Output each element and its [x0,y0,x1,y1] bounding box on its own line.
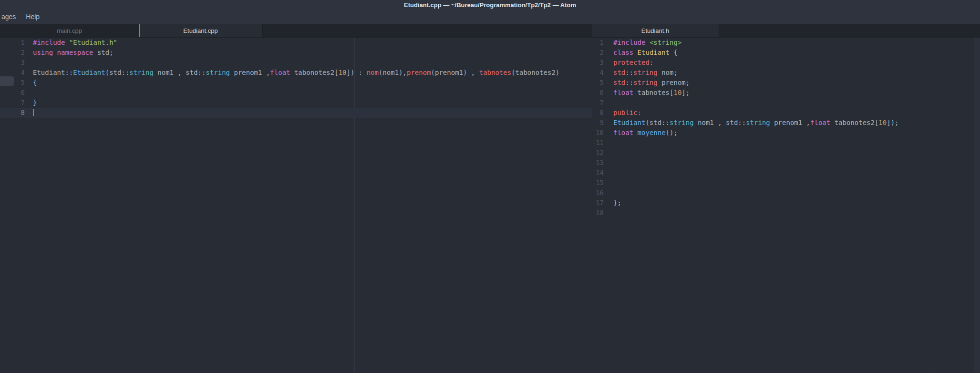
code-text [25,108,34,118]
code-text [604,98,613,108]
tab-bar: main.cpp Etudiant.cpp Etudiant.h [0,24,980,38]
editor-area: 1#include "Etudiant.h"2using namespace s… [0,38,980,373]
code-lines-right: 1#include <string>2class Etudiant {3prot… [592,38,980,218]
code-text: std::string nom; [604,68,678,78]
line-number[interactable]: 5 [592,78,604,88]
menu-item-packages-truncated[interactable]: ages [0,10,20,24]
code-text: std::string prenom; [604,78,690,88]
code-text [604,188,613,198]
code-text: }; [604,198,621,208]
code-line[interactable]: 15 [592,178,980,188]
code-line[interactable]: 7 [592,98,980,108]
line-number[interactable]: 9 [592,118,604,128]
line-number[interactable]: 2 [0,48,25,58]
code-text [604,148,613,158]
title-bar: Etudiant.cpp — ~/Bureau/Programmation/Tp… [0,0,980,10]
line-number[interactable]: 2 [592,48,604,58]
code-line[interactable]: 16 [592,188,980,198]
code-text: { [25,78,37,88]
code-line[interactable]: 6 [0,88,592,98]
line-number[interactable]: 1 [0,38,25,48]
line-number[interactable]: 17 [592,198,604,208]
code-text: float tabnotes[10]; [604,88,690,98]
code-text: class Etudiant { [604,48,678,58]
editor-pane-left[interactable]: 1#include "Etudiant.h"2using namespace s… [0,38,592,373]
scrollbar[interactable] [974,38,980,373]
line-number[interactable]: 3 [592,58,604,68]
code-line[interactable]: 9Etudiant(std::string nom1 , std::string… [592,118,980,128]
line-number[interactable]: 10 [592,128,604,138]
menu-bar: ages Help [0,10,980,24]
code-line[interactable]: 10float moyenne(); [592,128,980,138]
window-title: Etudiant.cpp — ~/Bureau/Programmation/Tp… [404,1,576,9]
code-line[interactable]: 17}; [592,198,980,208]
code-line[interactable]: 13 [592,158,980,168]
code-text [25,88,33,98]
code-line[interactable]: 14 [592,168,980,178]
line-number[interactable]: 7 [0,98,25,108]
code-line[interactable]: 4std::string nom; [592,68,980,78]
line-number[interactable]: 12 [592,148,604,158]
line-number[interactable]: 1 [592,38,604,48]
tab-label: main.cpp [57,27,82,34]
line-number[interactable]: 8 [0,108,25,118]
line-number[interactable]: 3 [0,58,25,68]
code-text: protected: [604,58,653,68]
code-line[interactable]: 3protected: [592,58,980,68]
code-line[interactable]: 11 [592,138,980,148]
code-line[interactable]: 1#include <string> [592,38,980,48]
code-line[interactable]: 12 [592,148,980,158]
code-line[interactable]: 6float tabnotes[10]; [592,88,980,98]
tab-etudiant-cpp[interactable]: Etudiant.cpp [139,24,263,37]
line-number[interactable]: 4 [592,68,604,78]
code-lines-left: 1#include "Etudiant.h"2using namespace s… [0,38,592,118]
code-text [604,178,613,188]
code-text: #include "Etudiant.h" [25,38,117,48]
code-line[interactable]: 5std::string prenom; [592,78,980,88]
tab-etudiant-h[interactable]: Etudiant.h [592,24,719,37]
code-line[interactable]: 1#include "Etudiant.h" [0,38,592,48]
dock-toggle-handle[interactable] [0,76,14,86]
code-text: public: [604,108,641,118]
line-number[interactable]: 8 [592,108,604,118]
editor-pane-right[interactable]: 1#include <string>2class Etudiant {3prot… [592,38,980,373]
code-line[interactable]: 4Etudiant::Etudiant(std::string nom1 , s… [0,68,592,78]
code-line[interactable]: 8 [0,108,592,118]
code-text: float moyenne(); [604,128,678,138]
code-line[interactable]: 7} [0,98,592,108]
tab-main-cpp[interactable]: main.cpp [0,24,139,37]
code-text [25,58,33,68]
code-text: } [25,98,37,108]
line-number[interactable]: 6 [592,88,604,98]
line-number[interactable]: 13 [592,158,604,168]
code-line[interactable]: 5{ [0,78,592,88]
code-text: #include <string> [604,38,681,48]
code-text: Etudiant(std::string nom1 , std::string … [604,118,899,128]
code-line[interactable]: 3 [0,58,592,68]
code-text [604,208,613,218]
text-cursor [33,109,34,116]
line-number[interactable]: 18 [592,208,604,218]
code-line[interactable]: 18 [592,208,980,218]
line-number[interactable]: 6 [0,88,25,98]
code-text [604,158,613,168]
code-text: using namespace std; [25,48,113,58]
line-number[interactable]: 14 [592,168,604,178]
line-number[interactable]: 7 [592,98,604,108]
tab-label: Etudiant.cpp [183,27,217,34]
code-text: Etudiant::Etudiant(std::string nom1 , st… [25,68,559,78]
code-line[interactable]: 2class Etudiant { [592,48,980,58]
code-text [604,168,613,178]
code-line[interactable]: 2using namespace std; [0,48,592,58]
line-number[interactable]: 11 [592,138,604,148]
atom-window: Etudiant.cpp — ~/Bureau/Programmation/Tp… [0,0,980,373]
code-line[interactable]: 8public: [592,108,980,118]
code-text [604,138,613,148]
menu-item-help[interactable]: Help [20,10,45,24]
line-number[interactable]: 16 [592,188,604,198]
line-number[interactable]: 15 [592,178,604,188]
tab-label: Etudiant.h [641,27,670,34]
